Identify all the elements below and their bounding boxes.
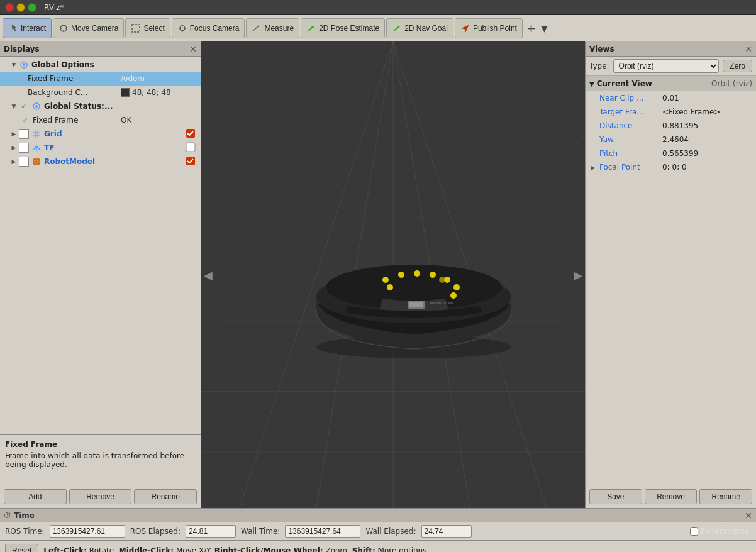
wall-elapsed-label: Wall Elapsed: (365, 527, 416, 536)
pose-estimate-label: 2D Pose Estimate (319, 24, 379, 33)
rename-button[interactable]: Rename (134, 489, 197, 504)
displays-panel-header: Displays ✕ (0, 41, 201, 57)
tree-tf[interactable]: ▶ TF (0, 141, 201, 155)
add-tool-button[interactable]: + (524, 21, 538, 35)
wall-time-label: Wall Time: (241, 527, 280, 536)
distance-label: Distance (599, 121, 662, 130)
focal-point-value: 0; 0; 0 (662, 163, 751, 172)
tree-background[interactable]: Background C... 48; 48; 48 (0, 86, 201, 99)
fixed-frame-value: /odom (121, 74, 145, 83)
wall-elapsed-input[interactable] (421, 525, 472, 538)
svg-rect-42 (442, 302, 447, 304)
tree-grid[interactable]: ▶ Grid (0, 127, 201, 141)
grid-icon (31, 129, 42, 139)
pitch-label: Pitch (599, 149, 662, 158)
views-row-target-frame[interactable]: Target Fra... <Fixed Frame> (586, 105, 756, 119)
robot-model-check[interactable] (19, 157, 29, 167)
robot-model-icon (31, 157, 42, 167)
ros-elapsed-input[interactable] (186, 525, 236, 538)
reset-button[interactable]: Reset (5, 544, 38, 553)
measure-button[interactable]: Measure (246, 18, 299, 38)
svg-point-11 (35, 160, 38, 163)
views-spacer (586, 280, 756, 485)
robot-model-checkbox-area (186, 156, 196, 168)
views-row-pitch[interactable]: Pitch 0.565399 (586, 146, 756, 160)
info-box-text: Frame into which all data is transformed… (5, 451, 196, 469)
views-row-near-clip[interactable]: Near Clip ... 0.01 (586, 91, 756, 105)
grid-check[interactable] (19, 129, 29, 139)
select-icon (131, 23, 141, 33)
views-panel-header: Views ✕ (586, 41, 756, 57)
tree-global-status-fixed-frame[interactable]: ✓ Fixed Frame OK (0, 113, 201, 127)
time-close-button[interactable]: ✕ (745, 511, 752, 521)
displays-close-button[interactable]: ✕ (189, 44, 197, 54)
svg-point-38 (387, 284, 393, 290)
pose-estimate-button[interactable]: 2D Pose Estimate (301, 18, 385, 38)
tf-arrow: ▶ (10, 144, 18, 152)
experimental-checkbox[interactable] (690, 527, 698, 536)
viewport-right-arrow[interactable]: ▶ (574, 268, 582, 282)
views-tree: ▼ Current View Orbit (rviz) Near Clip ..… (586, 76, 756, 280)
svg-rect-41 (436, 302, 441, 304)
svg-point-37 (439, 277, 445, 283)
views-row-yaw[interactable]: Yaw 2.4604 (586, 133, 756, 146)
svg-rect-44 (409, 302, 423, 307)
title-bar: RViz* (0, 0, 756, 15)
near-clip-label: Near Clip ... (599, 94, 662, 102)
robot-model-arrow: ▶ (10, 158, 18, 165)
select-button[interactable]: Select (125, 18, 170, 38)
toolbar: Interact Move Camera Select Focus Camera… (0, 15, 756, 41)
maximize-button[interactable] (28, 3, 36, 12)
pose-estimate-icon (306, 23, 316, 33)
move-camera-button[interactable]: Move Camera (53, 18, 124, 38)
displays-tree[interactable]: ▼ Global Options Fixed Frame /odom (0, 57, 201, 434)
nav-goal-button[interactable]: 2D Nav Goal (386, 18, 453, 38)
global-status-label: Global Status:... (44, 102, 113, 111)
close-button[interactable] (5, 3, 14, 12)
nav-goal-icon (392, 23, 402, 33)
publish-point-button[interactable]: Publish Point (455, 18, 523, 38)
minimize-button[interactable] (16, 3, 25, 12)
status-fixed-frame-label: Fixed Frame (33, 116, 78, 124)
views-panel: Views ✕ Type: Orbit (rviz) Zero ▼ Curren… (585, 41, 756, 508)
viewport[interactable]: ◀ ▶ (201, 41, 585, 508)
background-color-swatch (121, 88, 130, 97)
remove-button[interactable]: Remove (69, 489, 132, 504)
ros-time-input[interactable] (50, 525, 125, 538)
wall-time-input[interactable] (285, 525, 360, 538)
views-remove-button[interactable]: Remove (645, 489, 698, 504)
viewport-left-arrow[interactable]: ◀ (204, 268, 213, 282)
tree-global-status[interactable]: ▼ ✓ Global Status:... (0, 99, 201, 113)
time-section-header: ⏱ Time ✕ (0, 509, 756, 522)
current-view-header[interactable]: ▼ Current View Orbit (rviz) (586, 76, 756, 91)
tree-global-options[interactable]: ▼ Global Options (0, 58, 201, 72)
robot-model-3d (297, 187, 536, 363)
tf-check[interactable] (19, 143, 29, 153)
views-type-select[interactable]: Orbit (rviz) (613, 59, 720, 73)
svg-rect-43 (448, 302, 453, 304)
window-controls (5, 3, 36, 12)
focus-camera-icon (177, 23, 187, 33)
status-fixed-frame-value: OK (121, 116, 131, 124)
focus-camera-button[interactable]: Focus Camera (172, 18, 245, 38)
status-text: Left-Click: Rotate. Middle-Click: Move X… (43, 546, 429, 553)
views-save-button[interactable]: Save (589, 489, 642, 504)
tree-fixed-frame[interactable]: Fixed Frame /odom (0, 72, 201, 86)
current-view-arrow: ▼ (589, 80, 594, 87)
views-rename-button[interactable]: Rename (699, 489, 752, 504)
tree-robot-model[interactable]: ▶ RobotModel (0, 155, 201, 168)
time-section: ⏱ Time ✕ ROS Time: ROS Elapsed: Wall Tim… (0, 508, 756, 540)
svg-point-31 (398, 272, 404, 278)
interact-button[interactable]: Interact (3, 18, 52, 38)
views-row-focal-point[interactable]: ▶ Focal Point 0; 0; 0 (586, 160, 756, 174)
toolbar-dropdown-button[interactable]: ▼ (540, 23, 549, 33)
grid-label: Grid (44, 130, 62, 138)
pitch-value: 0.565399 (662, 149, 751, 158)
views-close-button[interactable]: ✕ (745, 44, 752, 54)
fixed-frame-label: Fixed Frame (28, 74, 73, 83)
views-row-distance[interactable]: Distance 0.881395 (586, 119, 756, 133)
yaw-label: Yaw (599, 135, 662, 144)
views-zero-button[interactable]: Zero (723, 60, 752, 72)
add-button[interactable]: Add (4, 489, 67, 504)
svg-rect-1 (132, 25, 140, 32)
